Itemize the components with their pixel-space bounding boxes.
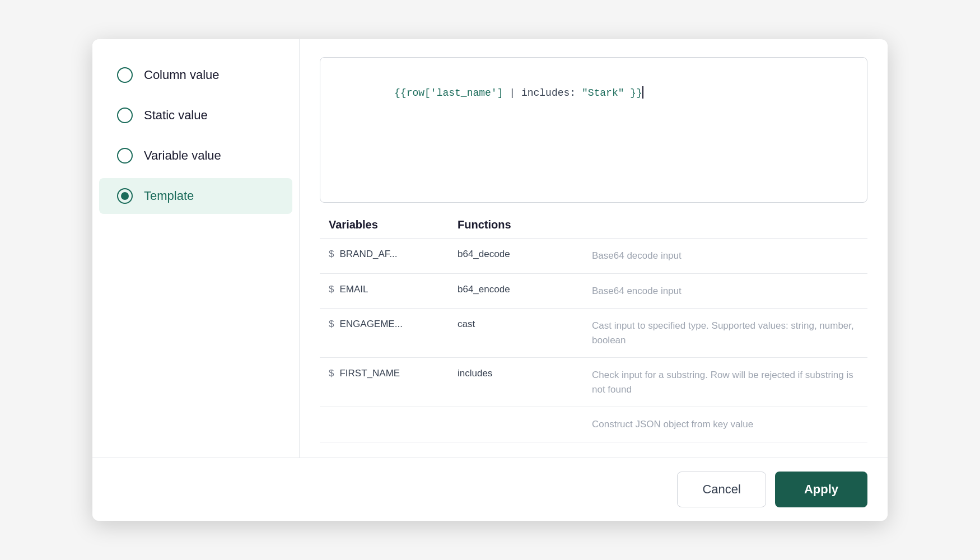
close-brace: }} — [624, 87, 642, 99]
code-row-key: row['last_name'] — [407, 87, 503, 99]
radio-label-variable-value: Variable value — [144, 148, 221, 163]
open-brace: {{ — [394, 87, 407, 99]
template-editor[interactable]: {{row['last_name'] | includes: "Stark" }… — [320, 57, 867, 203]
variable-name: ENGAGEME... — [339, 319, 402, 330]
radio-option-template[interactable]: Template — [99, 178, 292, 214]
cell-variable: $EMAIL — [329, 284, 458, 295]
cursor — [642, 86, 643, 99]
radio-option-static-value[interactable]: Static value — [99, 97, 292, 133]
cell-function: b64_encode — [458, 284, 592, 295]
radio-circle-static-value — [117, 108, 133, 123]
radio-option-variable-value[interactable]: Variable value — [99, 138, 292, 174]
cell-function: b64_decode — [458, 249, 592, 260]
cell-variable: $ENGAGEME... — [329, 319, 458, 330]
content: {{row['last_name'] | includes: "Stark" }… — [300, 39, 888, 458]
header-variables: Variables — [329, 218, 458, 231]
cancel-button[interactable]: Cancel — [677, 472, 766, 507]
dollar-sign-icon: $ — [329, 249, 334, 260]
code-pipe: | — [503, 87, 521, 99]
dollar-sign-icon: $ — [329, 368, 334, 379]
dollar-sign-icon: $ — [329, 319, 334, 330]
table-row: $FIRST_NAMEincludesCheck input for a sub… — [320, 358, 867, 407]
radio-circle-variable-value — [117, 148, 133, 164]
radio-option-column-value[interactable]: Column value — [99, 57, 292, 93]
code-fn-includes: includes: — [521, 87, 582, 99]
dollar-sign-icon: $ — [329, 284, 334, 295]
cell-description: Base64 decode input — [592, 249, 858, 263]
dialog: Column valueStatic valueVariable valueTe… — [92, 39, 888, 521]
radio-label-column-value: Column value — [144, 68, 220, 82]
header-functions: Functions — [458, 218, 592, 231]
radio-circle-column-value — [117, 67, 133, 83]
cell-function: includes — [458, 368, 592, 379]
cell-description: Cast input to specified type. Supported … — [592, 319, 858, 347]
code-string-stark: "Stark" — [582, 87, 624, 99]
apply-button[interactable]: Apply — [775, 472, 867, 507]
sidebar: Column valueStatic valueVariable valueTe… — [92, 39, 300, 458]
cell-function: cast — [458, 319, 592, 330]
cell-variable: $FIRST_NAME — [329, 368, 458, 379]
dialog-footer: Cancel Apply — [92, 458, 888, 521]
variable-name: BRAND_AF... — [339, 249, 397, 260]
table-row: $BRAND_AF...b64_decodeBase64 decode inpu… — [320, 239, 867, 274]
table-row: $EMAILb64_encodeBase64 encode input — [320, 274, 867, 309]
dialog-body: Column valueStatic valueVariable valueTe… — [92, 39, 888, 458]
radio-label-static-value: Static value — [144, 108, 208, 123]
radio-label-template: Template — [144, 189, 194, 203]
cell-description: Check input for a substring. Row will be… — [592, 368, 858, 396]
template-code: {{row['last_name'] | includes: "Stark" }… — [334, 69, 853, 117]
radio-circle-template — [117, 188, 133, 204]
table-body: $BRAND_AF...b64_decodeBase64 decode inpu… — [320, 239, 867, 444]
variable-name: EMAIL — [339, 284, 368, 295]
variable-name: FIRST_NAME — [339, 368, 400, 379]
cell-variable: $BRAND_AF... — [329, 249, 458, 260]
table-row: Construct JSON object from key value — [320, 407, 867, 442]
header-description — [592, 218, 858, 231]
cell-description: Base64 encode input — [592, 284, 858, 298]
table-row: $ENGAGEME...castCast input to specified … — [320, 309, 867, 358]
cell-description: Construct JSON object from key value — [592, 417, 858, 432]
table-header: Variables Functions — [320, 218, 867, 239]
table-section: Variables Functions $BRAND_AF...b64_deco… — [320, 218, 867, 444]
